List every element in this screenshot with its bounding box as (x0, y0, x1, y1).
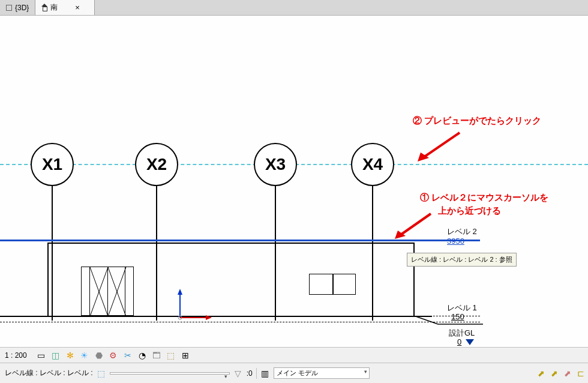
status-bar: レベル線 : レベル : レベル : ⬚ ▽ :0 ▥ メイン モデル ⬈ ⬈ … (0, 363, 588, 383)
cube-icon (6, 5, 12, 11)
window (309, 274, 356, 295)
temp-hide-icon[interactable]: ⬚ (166, 351, 176, 360)
svg-line-6 (414, 316, 438, 324)
count-label: :0 (247, 369, 253, 378)
grid-bubble-x1[interactable]: X1 (31, 143, 74, 186)
gl-label: 設計GL (449, 328, 475, 339)
grid-line-x2 (156, 186, 157, 321)
annotation-step2: ② プレビューがでたらクリック (413, 115, 541, 127)
model-dropdown[interactable]: メイン モデル (274, 367, 370, 379)
show-crop-icon[interactable]: ◔ (137, 351, 147, 360)
door (81, 267, 134, 316)
roof-line (47, 243, 413, 244)
wall-left (47, 243, 49, 316)
shadows-icon[interactable]: ⬣ (94, 351, 104, 360)
gl-value: 0 (457, 337, 461, 346)
svg-line-14 (422, 133, 460, 158)
pin-icon[interactable]: ⬈ (563, 369, 572, 378)
grid-label-x3: X3 (265, 155, 286, 174)
lock-view-icon[interactable]: 🗔 (152, 351, 161, 360)
grid-bubble-x4[interactable]: X4 (351, 143, 394, 186)
grid-label-x2: X2 (146, 155, 167, 174)
grid-line-x1 (52, 186, 53, 321)
coord-axes-icon (173, 289, 221, 325)
grid-label-x1: X1 (42, 155, 62, 174)
grid-bubble-x3[interactable]: X3 (254, 143, 297, 186)
grid-bubble-x2[interactable]: X2 (135, 143, 178, 186)
drag-icon[interactable]: ⬈ (550, 369, 559, 378)
arrow-step2-icon (413, 130, 467, 166)
display-model-icon[interactable]: ▭ (37, 351, 46, 360)
tab-close-button[interactable]: × (73, 3, 82, 12)
annotation-step1-line2: 上から近づける (438, 205, 501, 217)
grid-line-x4 (372, 186, 373, 321)
gl-marker-icon (466, 339, 475, 346)
svg-marker-10 (178, 289, 182, 295)
annotation-step1-line1: ① レベル２にマウスカーソルを (420, 192, 548, 204)
constraint-icon[interactable]: ⊏ (576, 369, 586, 378)
right-icon-group: ⬈ ⬈ ⬈ ⊏ (536, 369, 586, 378)
tab-3d[interactable]: {3D} (0, 0, 35, 15)
rendering-icon[interactable]: ⚙ (109, 351, 118, 360)
view-control-toolbar: 1 : 200 ▭ ◫ ✻ ☀ ⬣ ⚙ ✂ ◔ 🗔 ⬚ ⊞ (0, 347, 588, 363)
tab-3d-label: {3D} (15, 4, 29, 12)
select-icon[interactable]: ⬈ (536, 369, 546, 378)
grid-label-x4: X4 (362, 155, 383, 174)
level-2-value: 3950 (447, 237, 464, 246)
sun-path-icon[interactable]: ☀ (80, 351, 89, 360)
grid-line-x3 (275, 186, 276, 321)
gl-line[interactable] (0, 322, 480, 322)
type-selector-icon[interactable]: ⬚ (97, 369, 106, 378)
drawing-canvas[interactable]: X1 X2 X3 X4 レベル 2 3950 (0, 16, 588, 347)
svg-marker-8 (466, 339, 474, 345)
house-icon (41, 5, 47, 11)
visual-style-icon[interactable]: ✻ (65, 351, 75, 360)
detail-level-icon[interactable]: ◫ (51, 351, 61, 360)
tab-bar: {3D} 南 × (0, 0, 588, 16)
filter-icon[interactable]: ▽ (233, 369, 243, 378)
svg-marker-12 (206, 315, 212, 320)
tab-south-label: 南 (50, 2, 58, 13)
reveal-icon[interactable]: ⊞ (181, 351, 190, 360)
arrow-step1-icon (390, 211, 438, 244)
divider (256, 368, 257, 379)
status-label: レベル線 : レベル : レベル : (5, 368, 93, 378)
tab-south[interactable]: 南 × (35, 0, 95, 15)
level-2-label: レベル 2 (447, 226, 477, 237)
tooltip: レベル線 : レベル : レベル 2 : 参照 (407, 253, 517, 267)
type-dropdown[interactable] (110, 372, 230, 375)
model-icon[interactable]: ▥ (260, 369, 270, 378)
scale-label[interactable]: 1 : 200 (5, 351, 32, 360)
svg-line-16 (399, 214, 431, 236)
crop-view-icon[interactable]: ✂ (123, 351, 133, 360)
